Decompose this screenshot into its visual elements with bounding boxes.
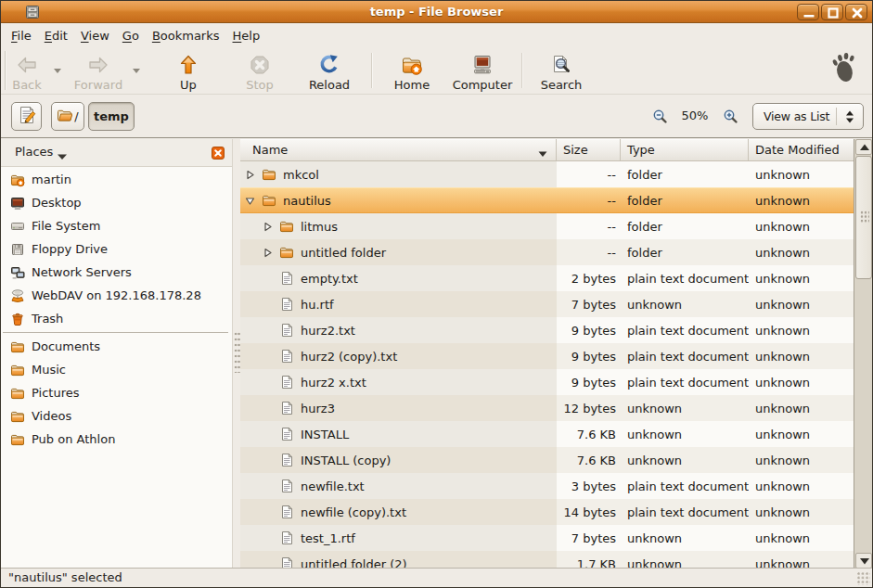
caret-down-icon[interactable]: [57, 149, 68, 157]
cell-size: 3 bytes: [557, 473, 621, 499]
sidebar-item-webdav-on-192-168-178-28[interactable]: WebDAV on 192.168.178.28: [1, 284, 232, 307]
file-date-modified: unknown: [755, 505, 810, 519]
file-row-hurz2-txt[interactable]: hurz2.txt9 bytesplain text documentunkno…: [240, 317, 854, 343]
column-header-name[interactable]: Name: [240, 139, 557, 160]
path-button-temp[interactable]: temp: [88, 102, 135, 131]
folder-icon: [262, 167, 276, 182]
sidebar-item-floppy-drive[interactable]: Floppy Drive: [1, 237, 232, 261]
cell-size: 9 bytes: [557, 317, 621, 343]
forward-history-chevron-down-icon[interactable]: [131, 64, 142, 73]
file-row-hu-rtf[interactable]: hu.rtf7 bytesunknownunknown: [240, 291, 854, 317]
menu-view[interactable]: View: [74, 26, 116, 45]
computer-button[interactable]: Computer: [441, 54, 524, 92]
panel-close-icon[interactable]: [212, 147, 225, 160]
scroll-up-button[interactable]: [855, 139, 872, 155]
file-row-untitled-folder[interactable]: untitled folder--folderunknown: [240, 239, 854, 265]
file-row-mkcol[interactable]: mkcol--folderunknown: [240, 161, 854, 187]
cell-type: plain text document: [621, 499, 749, 525]
file-size: 14 bytes: [564, 505, 617, 519]
search-button[interactable]: Search: [520, 54, 603, 92]
pane-splitter[interactable]: [234, 139, 240, 569]
close-button[interactable]: [845, 4, 867, 20]
sidebar-item-documents[interactable]: Documents: [1, 335, 232, 358]
sidebar-item-desktop[interactable]: Desktop: [1, 191, 232, 214]
expander-collapsed-icon[interactable]: [262, 221, 274, 233]
folder-icon: [10, 339, 25, 354]
menu-go[interactable]: Go: [116, 26, 146, 45]
file-row-hurz2-x-txt[interactable]: hurz2 x.txt9 bytesplain text documentunk…: [240, 369, 854, 395]
file-type: folder: [627, 194, 662, 208]
zoom-out-icon[interactable]: [652, 109, 668, 124]
sidebar-title[interactable]: Places: [15, 145, 53, 159]
expander-collapsed-icon[interactable]: [244, 169, 256, 181]
column-header-date-modified[interactable]: Date Modified: [749, 139, 854, 160]
file-row-hurz3[interactable]: hurz312 bytesunknownunknown: [240, 395, 854, 421]
menu-bookmarks[interactable]: Bookmarks: [146, 26, 226, 45]
file-row-install[interactable]: INSTALL7.6 KBunknownunknown: [240, 421, 854, 447]
sidebar-item-martin[interactable]: martin: [1, 168, 232, 191]
scrollbar-thumb[interactable]: [855, 156, 872, 279]
cell-size: --: [557, 187, 621, 213]
file-type: folder: [627, 168, 662, 182]
places-list: martinDesktopFile SystemFloppy DriveNetw…: [1, 168, 232, 569]
cell-name: hu.rtf: [240, 291, 557, 317]
scroll-down-button[interactable]: [855, 553, 872, 569]
sidebar-item-pictures[interactable]: Pictures: [1, 381, 232, 404]
expander-spacer: [262, 403, 274, 415]
file-size: --: [608, 220, 616, 234]
file-size: 9 bytes: [571, 376, 616, 390]
file-row-newfile-txt[interactable]: newfile.txt3 bytesplain text documentunk…: [240, 473, 854, 499]
file-row-nautilus[interactable]: nautilus--folderunknown: [240, 187, 854, 213]
menu-file[interactable]: File: [5, 26, 38, 45]
file-row-install-copy-[interactable]: INSTALL (copy)7.6 KBunknownunknown: [240, 447, 854, 473]
text-file-icon: [279, 453, 294, 467]
text-file-icon: [279, 479, 294, 493]
status-text: "nautilus" selected: [8, 570, 122, 584]
sidebar-item-trash[interactable]: Trash: [1, 307, 232, 330]
file-name: hurz3: [301, 402, 335, 415]
file-name: hurz2.txt: [301, 324, 355, 338]
menu-edit[interactable]: Edit: [38, 26, 74, 45]
view-mode-selector[interactable]: View as List: [752, 103, 864, 130]
expander-expanded-icon[interactable]: [244, 195, 256, 207]
root-path-button[interactable]: /: [51, 102, 84, 131]
cell-type: unknown: [621, 551, 749, 569]
column-header-size[interactable]: Size: [557, 139, 621, 160]
file-type: plain text document: [627, 376, 749, 390]
expander-collapsed-icon[interactable]: [262, 247, 274, 259]
cell-date: unknown: [749, 421, 854, 447]
sidebar-item-file-system[interactable]: File System: [1, 214, 232, 237]
column-header-type[interactable]: Type: [621, 139, 749, 160]
vertical-scrollbar[interactable]: [854, 139, 872, 569]
location-bar: / temp 50% View as List: [1, 95, 872, 137]
minimize-button[interactable]: [797, 4, 819, 20]
file-row-empty-txt[interactable]: empty.txt2 bytesplain text documentunkno…: [240, 265, 854, 291]
maximize-button[interactable]: [821, 4, 843, 20]
file-type: folder: [627, 246, 662, 260]
file-date-modified: unknown: [755, 479, 810, 493]
cell-name: hurz2 (copy).txt: [240, 343, 557, 369]
edit-location-button[interactable]: [11, 102, 42, 131]
cell-date: unknown: [749, 447, 854, 473]
reload-button[interactable]: Reload: [288, 54, 371, 92]
sidebar-item-network-servers[interactable]: Network Servers: [1, 261, 232, 284]
cell-date: unknown: [749, 525, 854, 551]
file-row-untitled-folder-2-[interactable]: untitled folder (2)1.7 KBunknownunknown: [240, 551, 854, 569]
sidebar-item-videos[interactable]: Videos: [1, 404, 232, 428]
menu-help[interactable]: Help: [226, 26, 267, 45]
thumb-grip-icon: [860, 211, 869, 224]
cell-type: folder: [621, 187, 749, 213]
sidebar-item-music[interactable]: Music: [1, 358, 232, 381]
expander-spacer: [262, 454, 274, 467]
file-date-modified: unknown: [755, 531, 810, 545]
file-name: newfile (copy).txt: [301, 505, 406, 519]
file-row-test-1-rtf[interactable]: test_1.rtf7 bytesunknownunknown: [240, 525, 854, 551]
zoom-in-icon[interactable]: [723, 109, 738, 124]
file-date-modified: unknown: [755, 272, 810, 286]
file-row-litmus[interactable]: litmus--folderunknown: [240, 213, 854, 239]
sidebar-item-pub-on-athlon[interactable]: Pub on Athlon: [1, 428, 232, 451]
file-row-hurz2-copy-txt[interactable]: hurz2 (copy).txt9 bytesplain text docume…: [240, 343, 854, 369]
titlebar[interactable]: temp - File Browser: [1, 1, 872, 23]
file-row-newfile-copy-txt[interactable]: newfile (copy).txt14 bytesplain text doc…: [240, 499, 854, 525]
resize-grip[interactable]: [857, 572, 870, 585]
